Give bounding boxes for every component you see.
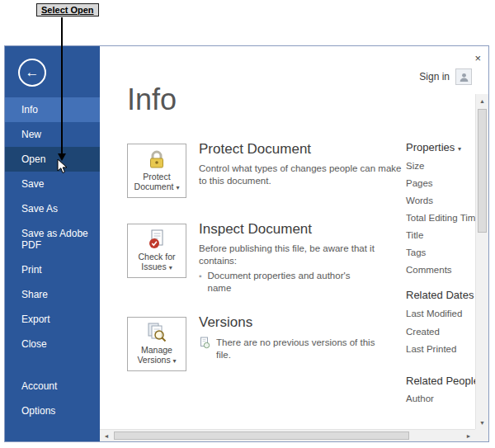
word-window: Document1 - Microsoft Word ? – □ × Sign … xyxy=(4,45,489,442)
sidebar-item-print[interactable]: Print xyxy=(5,257,100,282)
protect-document-description: Control what types of changes people can… xyxy=(199,163,405,187)
property-words: Words xyxy=(406,196,433,205)
avatar[interactable] xyxy=(455,68,472,85)
sidebar-item-export[interactable]: Export xyxy=(5,307,100,332)
vertical-scrollbar-thumb[interactable] xyxy=(478,109,487,233)
bullet-icon: ▪ xyxy=(199,270,202,295)
sign-in[interactable]: Sign in xyxy=(419,68,472,85)
protect-document-button[interactable]: Protect Document ▾ xyxy=(127,144,186,198)
sidebar-item-save-as-adobe-pdf[interactable]: Save as Adobe PDF xyxy=(5,221,100,257)
property-size: Size xyxy=(406,161,424,171)
back-button[interactable]: ← xyxy=(18,59,46,87)
scrollbar-corner xyxy=(475,429,488,441)
sidebar-item-save-as[interactable]: Save As xyxy=(5,196,100,221)
protect-document-heading: Protect Document xyxy=(199,141,311,158)
horizontal-scrollbar[interactable]: ◄ ► xyxy=(100,429,475,441)
inspect-document-bullet-text: Document properties and author's name xyxy=(208,270,373,295)
inspect-document-bullet: ▪ Document properties and author's name xyxy=(199,270,373,295)
date-last-printed: Last Printed xyxy=(406,344,456,354)
versions-note-icon xyxy=(199,337,210,349)
backstage-nav: Info New Open Save Save As Save as Adobe… xyxy=(5,97,100,423)
screenshot-root: Select Open Document1 - Microsoft Word ?… xyxy=(0,0,495,448)
user-icon xyxy=(459,72,469,83)
callout-select-open: Select Open xyxy=(36,3,99,17)
backstage-sidebar: ← Info New Open Save Save As Save as Ado… xyxy=(5,46,100,441)
info-page: Info Protect Document ▾ Protect Document… xyxy=(100,46,475,429)
property-tags: Tags xyxy=(406,248,426,257)
scroll-up-arrow-icon[interactable]: ▲ xyxy=(476,94,488,107)
sidebar-item-info[interactable]: Info xyxy=(5,97,100,122)
property-title: Title xyxy=(406,230,423,240)
properties-dropdown[interactable]: Properties ▾ xyxy=(406,141,461,153)
date-created: Created xyxy=(406,327,440,337)
page-title: Info xyxy=(127,83,177,117)
sidebar-item-options[interactable]: Options xyxy=(5,398,100,423)
property-comments: Comments xyxy=(406,265,452,275)
caret-down-icon: ▾ xyxy=(458,145,461,153)
sidebar-item-new[interactable]: New xyxy=(5,122,100,147)
related-people-heading: Related People xyxy=(406,375,475,387)
horizontal-scrollbar-thumb[interactable] xyxy=(114,431,409,440)
manage-versions-button[interactable]: Manage Versions ▾ xyxy=(127,317,186,371)
caret-down-icon: ▾ xyxy=(176,184,179,191)
manage-versions-button-label: Manage Versions xyxy=(137,345,172,365)
sidebar-item-account[interactable]: Account xyxy=(5,374,100,398)
check-for-issues-button[interactable]: Check for Issues ▾ xyxy=(127,224,186,278)
inspect-document-heading: Inspect Document xyxy=(199,221,312,238)
scroll-right-arrow-icon[interactable]: ► xyxy=(462,430,475,441)
vertical-scrollbar[interactable]: ▲ ▼ xyxy=(475,94,488,429)
versions-note: There are no previous versions of this f… xyxy=(199,337,385,361)
properties-title: Properties xyxy=(406,141,455,153)
mouse-cursor-icon xyxy=(57,158,68,175)
sidebar-item-open[interactable]: Open xyxy=(5,147,100,172)
property-total-editing-time: Total Editing Time xyxy=(406,213,475,223)
related-dates-heading: Related Dates xyxy=(406,289,474,301)
sidebar-item-share[interactable]: Share xyxy=(5,282,100,307)
person-author: Author xyxy=(406,394,434,403)
sidebar-gap xyxy=(5,356,100,374)
inspect-document-description: Before publishing this file, be aware th… xyxy=(199,243,407,267)
versions-heading: Versions xyxy=(199,314,252,331)
manage-versions-icon xyxy=(145,322,168,343)
date-last-modified: Last Modified xyxy=(406,309,462,318)
scroll-left-arrow-icon[interactable]: ◄ xyxy=(100,430,113,441)
callout-arrow-line xyxy=(61,17,63,154)
sidebar-item-save[interactable]: Save xyxy=(5,172,100,196)
sidebar-item-close[interactable]: Close xyxy=(5,332,100,356)
sign-in-label[interactable]: Sign in xyxy=(419,71,450,83)
lock-icon xyxy=(145,149,168,170)
caret-down-icon: ▾ xyxy=(173,357,177,365)
versions-note-text: There are no previous versions of this f… xyxy=(216,337,385,361)
back-arrow-icon: ← xyxy=(26,64,40,81)
property-pages: Pages xyxy=(406,178,433,188)
caret-down-icon: ▾ xyxy=(169,264,172,271)
protect-document-button-label: Protect Document xyxy=(134,172,174,191)
inspect-document-icon xyxy=(145,229,168,250)
close-button[interactable]: × xyxy=(474,52,481,64)
scroll-down-arrow-icon[interactable]: ▼ xyxy=(476,416,488,429)
